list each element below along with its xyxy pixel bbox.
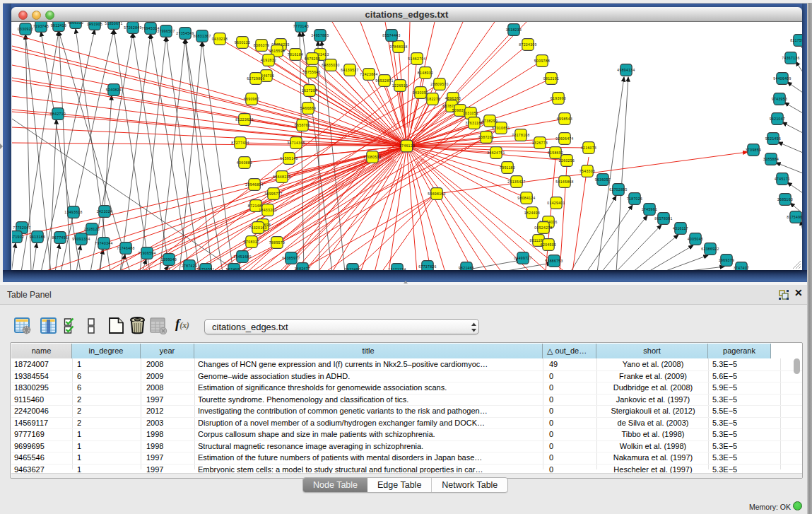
svg-text:62729806: 62729806 [247, 76, 264, 81]
svg-text:87234309: 87234309 [519, 42, 536, 47]
svg-text:4216073: 4216073 [581, 146, 596, 150]
svg-text:6998543: 6998543 [557, 117, 572, 121]
svg-text:9521456: 9521456 [765, 136, 781, 141]
svg-text:4745171: 4745171 [775, 177, 790, 181]
svg-text:61595148: 61595148 [280, 156, 298, 160]
svg-text:8148932: 8148932 [418, 71, 433, 75]
svg-text:01429401: 01429401 [547, 201, 565, 205]
svg-text:5009788: 5009788 [534, 59, 550, 63]
svg-text:1615594: 1615594 [269, 49, 285, 53]
svg-text:2421024: 2421024 [97, 209, 112, 214]
svg-text:5240824: 5240824 [106, 88, 122, 92]
svg-text:8708317: 8708317 [244, 240, 259, 244]
svg-text:1671902: 1671902 [12, 235, 24, 239]
svg-text:6204505: 6204505 [541, 243, 556, 247]
svg-text:4060883: 4060883 [237, 160, 252, 165]
svg-text:7187026: 7187026 [627, 197, 642, 201]
svg-text:1745961: 1745961 [642, 207, 657, 211]
svg-text:3685160: 3685160 [777, 197, 793, 201]
svg-text:77752047: 77752047 [13, 226, 30, 230]
svg-text:4192832: 4192832 [261, 58, 276, 62]
svg-text:1326773: 1326773 [532, 141, 548, 145]
svg-text:6658760: 6658760 [295, 123, 310, 127]
svg-text:4896383: 4896383 [445, 96, 461, 100]
svg-text:4966319: 4966319 [68, 22, 83, 25]
svg-text:3709859: 3709859 [746, 148, 761, 152]
svg-text:5466889: 5466889 [300, 106, 316, 110]
svg-text:0433218: 0433218 [212, 37, 228, 41]
svg-text:2260256: 2260256 [559, 158, 575, 163]
svg-text:9413186: 9413186 [30, 235, 45, 239]
svg-text:55698169: 55698169 [428, 192, 445, 196]
svg-text:96532871: 96532871 [375, 78, 393, 83]
svg-text:72423884: 72423884 [360, 72, 377, 76]
svg-text:13493618: 13493618 [64, 210, 82, 214]
svg-text:29946804: 29946804 [245, 182, 263, 187]
svg-text:1969379: 1969379 [719, 258, 734, 262]
svg-text:1399049: 1399049 [161, 257, 177, 262]
svg-text:15451680: 15451680 [233, 255, 251, 259]
svg-text:6193990: 6193990 [551, 96, 566, 100]
svg-text:9743953: 9743953 [772, 97, 787, 101]
svg-text:62386922: 62386922 [701, 247, 719, 251]
svg-text:49894134: 49894134 [617, 68, 635, 72]
svg-text:86578091: 86578091 [654, 216, 672, 221]
svg-text:2787429: 2787429 [182, 264, 197, 268]
svg-text:25135427: 25135427 [507, 180, 525, 184]
svg-text:9821465: 9821465 [459, 266, 474, 270]
svg-text:67737826: 67737826 [418, 264, 436, 269]
svg-text:7991183: 7991183 [500, 165, 515, 170]
svg-text:67010651: 67010651 [492, 126, 510, 130]
svg-text:27354549: 27354549 [176, 31, 194, 35]
svg-text:17080531: 17080531 [363, 155, 381, 159]
svg-text:94406409: 94406409 [773, 76, 791, 81]
svg-text:34624751: 34624751 [487, 151, 505, 155]
svg-text:0932480: 0932480 [345, 267, 360, 270]
svg-text:0330923: 0330923 [18, 27, 33, 31]
svg-text:79740344: 79740344 [95, 241, 112, 245]
svg-text:51462704: 51462704 [408, 57, 425, 61]
svg-text:9600133: 9600133 [235, 40, 250, 45]
svg-text:8677496: 8677496 [52, 235, 68, 240]
svg-text:28809570: 28809570 [430, 82, 448, 86]
svg-text:64835030: 64835030 [322, 63, 339, 67]
svg-text:3158692: 3158692 [548, 151, 563, 155]
svg-text:34957885: 34957885 [311, 33, 329, 37]
svg-text:6690967: 6690967 [244, 97, 259, 101]
svg-text:65648236: 65648236 [273, 175, 290, 179]
svg-text:9636057: 9636057 [595, 177, 611, 182]
svg-text:37996507: 37996507 [157, 29, 175, 33]
svg-text:6475255: 6475255 [305, 57, 320, 61]
svg-text:5430391: 5430391 [413, 90, 428, 95]
svg-text:3747407: 3747407 [734, 266, 749, 270]
svg-text:02606474: 02606474 [555, 136, 573, 141]
svg-text:87277434: 87277434 [231, 141, 249, 145]
svg-text:37631165: 37631165 [465, 121, 483, 125]
svg-text:81223623: 81223623 [235, 117, 253, 122]
svg-text:34714345: 34714345 [287, 141, 305, 145]
svg-text:71906594: 71906594 [138, 251, 155, 255]
svg-text:7816184: 7816184 [288, 52, 303, 57]
svg-text:7182278: 7182278 [425, 97, 440, 101]
svg-text:3482477: 3482477 [295, 267, 310, 270]
svg-text:5674680: 5674680 [226, 267, 242, 270]
svg-text:3285884: 3285884 [763, 157, 779, 161]
svg-text:71756551: 71756551 [196, 267, 214, 270]
svg-text:80831367: 80831367 [193, 34, 211, 38]
svg-text:4738299: 4738299 [482, 119, 498, 123]
svg-text:62702895: 62702895 [609, 187, 627, 192]
svg-text:1491905: 1491905 [87, 22, 102, 26]
svg-text:85574443: 85574443 [382, 33, 400, 37]
svg-text:9421047: 9421047 [770, 117, 785, 121]
svg-text:71746488: 71746488 [117, 246, 134, 250]
svg-text:99091334: 99091334 [72, 237, 90, 241]
svg-text:74367136: 74367136 [782, 56, 799, 60]
svg-text:73178108: 73178108 [512, 133, 529, 137]
svg-text:0812191: 0812191 [543, 76, 559, 81]
svg-text:8386379: 8386379 [254, 43, 269, 47]
svg-text:57262849: 57262849 [124, 25, 141, 30]
svg-text:3518233: 3518233 [506, 28, 522, 32]
svg-text:98084124: 98084124 [517, 196, 535, 200]
svg-text:7543303: 7543303 [579, 169, 595, 173]
svg-text:36995777: 36995777 [264, 192, 282, 196]
